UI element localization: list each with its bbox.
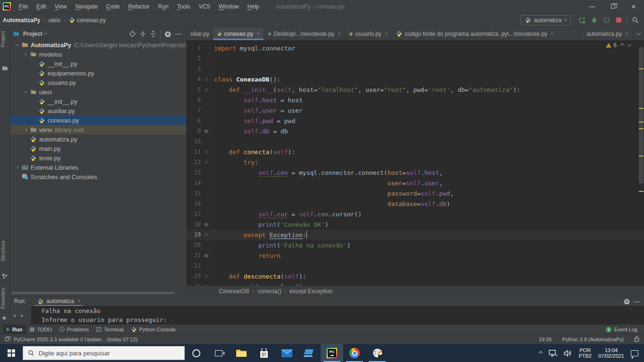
problems-toolwindow-button[interactable]: !Problems [56, 325, 92, 334]
tool-strip-project[interactable]: Project [0, 31, 10, 47]
editor-tab[interactable]: automatiza.py× [580, 27, 633, 40]
menu-view[interactable]: View [50, 3, 71, 10]
project-tree-item[interactable]: modelos [10, 49, 186, 59]
fold-marker[interactable] [203, 147, 210, 157]
warning-stripe-mark[interactable] [639, 156, 644, 156]
code-line[interactable]: 9 self.db = db [187, 126, 644, 136]
fold-marker[interactable] [203, 230, 210, 240]
code-line[interactable]: 14 user=self.user, [187, 178, 644, 188]
breadcrumb-item[interactable]: AutomatizaPy [3, 17, 40, 24]
project-tree-item[interactable]: __init__.py [10, 59, 186, 68]
debug-button[interactable] [588, 15, 600, 25]
warning-stripe-mark[interactable] [639, 122, 644, 123]
menu-edit[interactable]: Edit [32, 3, 50, 10]
code-line[interactable]: 17 self.cur = self.con.cursor() [187, 209, 644, 219]
close-button[interactable]: × [623, 0, 644, 13]
code-line[interactable]: 20 print('Falha na conexão') [187, 240, 644, 250]
warning-stripe-mark[interactable] [639, 68, 644, 69]
chevron-down-icon[interactable] [15, 42, 18, 46]
code-line[interactable]: 6 self.host = host [187, 95, 644, 105]
close-icon[interactable]: × [77, 298, 80, 304]
code-breadcrumb-item[interactable]: ConexaoDB [219, 288, 249, 295]
editor-tab[interactable]: xiliar.py× [187, 27, 213, 40]
menu-code[interactable]: Code [102, 3, 124, 10]
collapse-all-button[interactable] [138, 29, 148, 39]
code-line[interactable]: 19 except Exception: [187, 230, 644, 240]
chevron-down-icon[interactable] [24, 90, 27, 93]
project-tree-item[interactable]: uteis [10, 87, 186, 97]
expand-all-button[interactable] [148, 29, 158, 39]
code-breadcrumb-item[interactable]: conecta() [257, 288, 281, 295]
hide-run-panel-button[interactable]: — [632, 296, 642, 306]
chevron-right-icon[interactable] [15, 165, 18, 169]
editor-tab[interactable]: usuario.py× [345, 27, 392, 40]
run-settings-button[interactable] [621, 296, 632, 306]
coverage-button[interactable] [600, 15, 612, 25]
fold-marker[interactable] [203, 219, 210, 230]
project-tree-item[interactable]: __init__.py [10, 97, 186, 106]
code-line[interactable]: 12 try: [187, 157, 644, 167]
file-explorer-button[interactable] [230, 344, 253, 362]
terminal-toolwindow-button[interactable]: Terminal [92, 325, 127, 334]
code-line[interactable]: 15 password=self.pwd, [187, 188, 644, 198]
menu-navigate[interactable]: Navigate [71, 3, 102, 10]
code-editor[interactable]: 1import mysql.connector234class ConexaoD… [187, 41, 644, 286]
project-tree-item[interactable]: usuario.py [10, 78, 186, 87]
settings-button[interactable] [163, 29, 173, 39]
expand-toolbar-icon[interactable]: » [20, 313, 23, 318]
restore-button[interactable] [603, 0, 623, 13]
project-tree-item[interactable]: teste.py [10, 153, 186, 163]
todo-toolwindow-button[interactable]: TODO [26, 325, 56, 334]
code-line[interactable]: 11 def conecta(self): [187, 147, 644, 157]
stop-button[interactable] [612, 15, 625, 25]
hide-panel-button[interactable]: — [173, 29, 183, 39]
warning-stripe-mark[interactable] [639, 191, 644, 192]
mail-button[interactable] [275, 344, 298, 362]
search-input[interactable] [39, 350, 161, 357]
editor-tab[interactable]: codigo fonte do programa automatiza. py\… [392, 27, 580, 40]
next-warning-icon[interactable] [627, 42, 631, 46]
action-center-icon[interactable] [631, 350, 638, 356]
code-line[interactable]: 5 def __init__(self, host="localhost", u… [187, 84, 644, 95]
lock-icon[interactable] [634, 336, 639, 343]
editor-scrollbar[interactable] [638, 41, 644, 286]
clock[interactable]: 13:04 07/02/2021 [598, 347, 624, 359]
code-line[interactable]: 3 [187, 64, 644, 74]
menu-run[interactable]: Run [154, 3, 173, 10]
code-breadcrumb-item[interactable]: except Exception [289, 288, 332, 295]
run-tab[interactable]: automatiza × [34, 296, 83, 306]
inspection-widget[interactable]: 6 [606, 42, 631, 49]
minimize-button[interactable]: — [582, 0, 603, 13]
fold-marker[interactable] [203, 250, 210, 261]
start-button[interactable] [0, 344, 23, 362]
network-icon[interactable] [549, 350, 557, 357]
fold-marker[interactable] [203, 271, 210, 281]
language-indicator[interactable]: POR PTB2 [578, 347, 592, 359]
code-line[interactable]: 2 [187, 53, 644, 64]
tool-strip-structure[interactable]: Structure [0, 240, 10, 262]
fold-marker[interactable] [203, 281, 210, 286]
code-line[interactable]: 1import mysql.connector [187, 43, 644, 53]
scrollbar-thumb[interactable] [639, 47, 644, 184]
prev-warning-icon[interactable] [620, 43, 624, 47]
code-line[interactable]: 24 self.con.close() [187, 281, 644, 286]
project-tree-item[interactable]: conexao.py [10, 115, 186, 125]
chevron-right-icon[interactable] [24, 128, 27, 131]
close-icon[interactable]: × [385, 31, 388, 37]
event-log-button[interactable]: 1 Event Log [602, 325, 641, 334]
project-tree-item[interactable]: venvlibrary root [10, 125, 186, 134]
project-tree-item[interactable]: automatiza.py [10, 134, 186, 144]
expand-toolbar-icon[interactable]: » [13, 313, 16, 318]
chrome-taskbar-button[interactable] [343, 344, 366, 362]
hidden-icons-chevron[interactable] [539, 351, 543, 355]
menu-tools[interactable]: Tools [173, 3, 194, 10]
menu-file[interactable]: File [15, 3, 32, 10]
project-tree-item[interactable]: equipamentos.py [10, 68, 186, 78]
code-line[interactable]: 10 [187, 136, 644, 147]
chevron-down-icon[interactable] [24, 52, 27, 55]
code-line[interactable]: 8 self.pwd = pwd [187, 115, 644, 126]
rerun-button[interactable] [576, 15, 588, 25]
project-tree-item[interactable]: Scratches and Consoles [10, 172, 186, 181]
code-line[interactable]: 13 self.con = mysql.connector.connect(ho… [187, 167, 644, 178]
project-horizontal-scrollbar[interactable] [11, 292, 174, 294]
